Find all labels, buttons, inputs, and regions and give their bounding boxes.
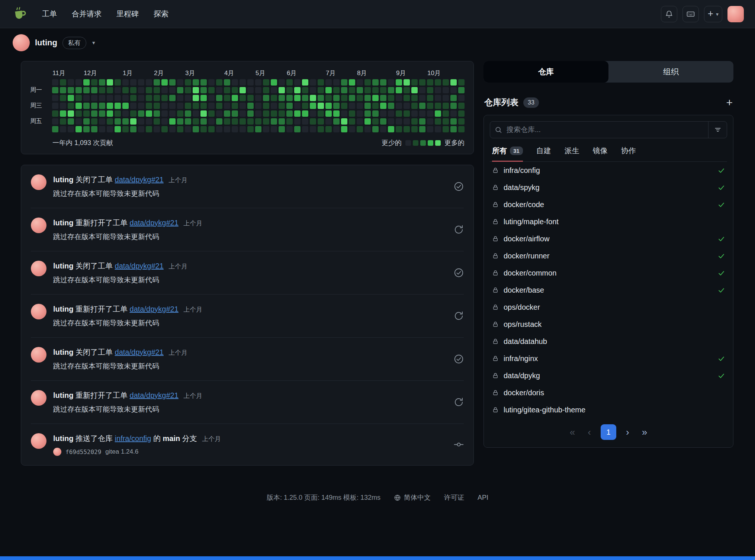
feed-user[interactable]: luting [53,391,73,399]
repo-name[interactable]: luting/gitea-github-theme [504,406,725,414]
repo-name[interactable]: data/spykg [504,183,713,192]
repo-name[interactable]: docker/code [504,200,713,209]
repo-row[interactable]: infra/nginx [490,350,727,367]
feed-link[interactable]: data/dpykg#21 [115,262,164,270]
repo-row[interactable]: docker/common [490,264,727,281]
new-repo-button[interactable]: + [726,97,733,108]
issue-reopened-icon [454,397,464,407]
profile-dropdown-chevron-icon[interactable]: ▾ [92,39,95,46]
tab-organizations[interactable]: 组织 [608,61,733,83]
feed-avatar[interactable] [31,433,46,449]
repo-row[interactable]: luting/gitea-github-theme [490,401,727,418]
heatmap-cell [372,126,379,132]
feed-link[interactable]: data/dpykg#21 [115,348,164,356]
heatmap-cell [333,126,340,132]
heatmap-cell [76,126,82,132]
repo-row[interactable]: infra/config [490,162,727,179]
heatmap-cell [419,95,425,101]
feed-avatar[interactable] [31,390,46,406]
heatmap-cell [435,118,441,125]
nav-item[interactable]: 合并请求 [65,5,108,23]
heatmap-cell [294,126,301,132]
notifications-button[interactable] [661,6,677,22]
repo-row[interactable]: docker/base [490,281,727,299]
feed-time: 上个月 [168,263,187,270]
feed-avatar[interactable] [31,174,46,190]
repo-row[interactable]: luting/maple-font [490,213,727,230]
repo-row[interactable]: docker/airflow [490,230,727,247]
feed-link[interactable]: infra/config [115,434,151,442]
repo-filter-tab[interactable]: 自建 [536,146,551,162]
repo-name[interactable]: docker/airflow [504,235,713,243]
heatmap-cell [325,118,332,125]
repo-name[interactable]: ops/docker [504,303,725,312]
repo-name[interactable]: luting/maple-font [504,218,725,226]
nav-item[interactable]: 工单 [36,5,63,23]
pagination-current[interactable]: 1 [601,424,616,440]
nav-item[interactable]: 探索 [147,5,175,23]
keyboard-shortcuts-button[interactable] [682,6,699,22]
repo-row[interactable]: ops/rustack [490,316,727,333]
pagination-first-icon[interactable]: « [567,427,578,438]
repo-name[interactable]: ops/rustack [504,320,725,329]
heatmap-cell [294,110,301,117]
repo-filter-tab[interactable]: 派生 [565,146,579,162]
repo-row[interactable]: data/spykg [490,179,727,196]
create-new-button[interactable]: + ▾ [704,6,722,22]
repo-filter-tab[interactable]: 协作 [621,146,636,162]
repo-row[interactable]: docker/code [490,196,727,213]
nav-item[interactable]: 里程碑 [110,5,145,23]
repo-name[interactable]: data/dpykg [504,371,713,380]
repo-row[interactable]: data/dpykg [490,367,727,384]
feed-link[interactable]: data/dpykg#21 [130,391,179,399]
pagination-next-icon[interactable]: › [623,427,632,438]
repo-filter-tab[interactable]: 所有31 [492,146,523,162]
feed-user[interactable]: luting [53,305,73,313]
repo-row[interactable]: docker/runner [490,247,727,264]
heatmap-cell [247,110,254,117]
feed-user[interactable]: luting [53,219,73,227]
feed-link[interactable]: data/dpykg#21 [130,305,179,313]
feed-avatar[interactable] [31,261,46,276]
repo-name[interactable]: infra/config [504,166,713,175]
tab-repositories[interactable]: 仓库 [483,61,608,83]
api-link[interactable]: API [478,494,488,502]
heatmap-cell [200,79,207,86]
feed-user[interactable]: luting [53,262,73,270]
heatmap-cell [122,79,129,86]
repo-row[interactable]: data/datahub [490,333,727,350]
pagination-last-icon[interactable]: » [639,427,650,438]
repo-name[interactable]: docker/doris [504,389,725,397]
heatmap-cell [325,95,332,101]
heatmap-cell [169,87,176,93]
repo-name[interactable]: data/datahub [504,337,725,346]
heatmap-cell [146,110,152,117]
filter-button[interactable] [708,122,727,138]
heatmap-cell [396,103,402,109]
feed-avatar[interactable] [31,304,46,319]
repo-name[interactable]: docker/common [504,269,713,277]
heatmap-cell [208,79,215,86]
commit-sha[interactable]: f69d552029 [65,448,101,456]
repo-name[interactable]: infra/nginx [504,354,713,363]
profile-avatar[interactable] [13,34,30,51]
search-input[interactable] [507,126,708,134]
feed-avatar[interactable] [31,218,46,233]
feed-user[interactable]: luting [53,434,73,442]
feed-link[interactable]: data/dpykg#21 [115,176,164,184]
user-avatar[interactable] [727,6,744,22]
feed-link[interactable]: data/dpykg#21 [130,219,179,227]
license-link[interactable]: 许可证 [444,493,464,502]
feed-user[interactable]: luting [53,176,73,184]
heatmap-month-label: 2月 [154,69,164,77]
feed-avatar[interactable] [31,347,46,363]
pagination-prev-icon[interactable]: ‹ [585,427,594,438]
repo-name[interactable]: docker/runner [504,252,713,260]
repo-row[interactable]: docker/doris [490,384,727,401]
language-selector[interactable]: 简体中文 [394,493,431,502]
gitea-logo[interactable] [11,6,28,23]
repo-filter-tab[interactable]: 镜像 [593,146,608,162]
repo-row[interactable]: ops/docker [490,299,727,316]
repo-name[interactable]: docker/base [504,286,713,295]
feed-user[interactable]: luting [53,348,73,356]
